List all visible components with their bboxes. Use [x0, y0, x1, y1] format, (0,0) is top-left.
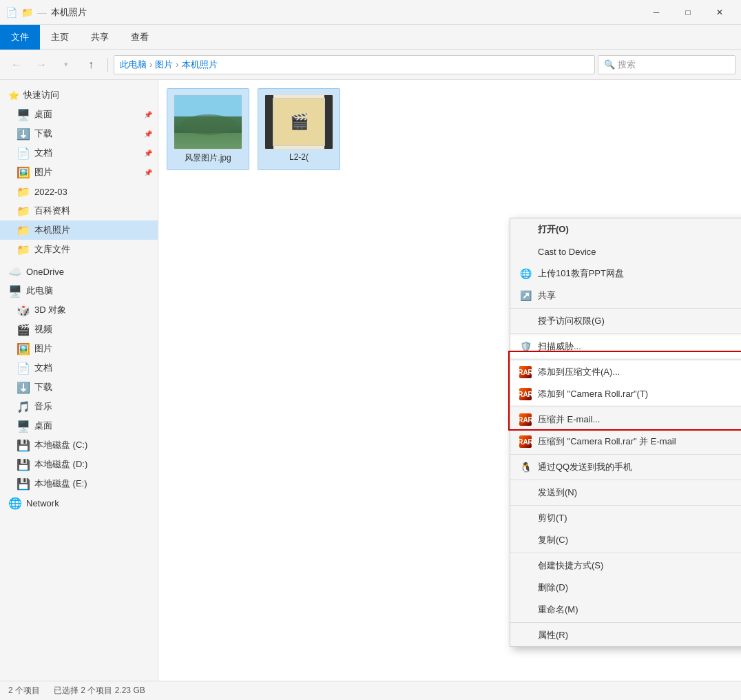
- sidebar-item-thispc[interactable]: 🖥️ 此电脑: [0, 281, 158, 300]
- file-name-film: L2-2(: [289, 152, 309, 162]
- sidebar-item-desktop[interactable]: 🖥️ 桌面: [0, 416, 158, 435]
- film-inner: 🎬: [273, 98, 325, 146]
- status-bar: 2 个项目 已选择 2 个项目 2.23 GB: [0, 681, 741, 700]
- sidebar-item-pictures-quick[interactable]: 🖼️ 图片 📌: [0, 163, 158, 182]
- sidebar-item-drive-d[interactable]: 💾 本地磁盘 (D:): [0, 455, 158, 474]
- sidebar-item-onedrive[interactable]: ☁️ OneDrive: [0, 262, 158, 281]
- ctx-rename[interactable]: 重命名(M): [510, 599, 741, 621]
- menu-file[interactable]: 文件: [0, 25, 40, 50]
- sidebar-item-drive-e[interactable]: 💾 本地磁盘 (E:): [0, 474, 158, 493]
- forward-button[interactable]: →: [30, 54, 52, 76]
- winrar-icon-addzip: RAR: [519, 366, 532, 378]
- sidebar-item-docs-quick[interactable]: 📄 文档 📌: [0, 143, 158, 163]
- ctx-zipmail[interactable]: RAR 压缩并 E-mail...: [510, 409, 741, 431]
- pictures-quick-icon: 🖼️: [17, 166, 30, 179]
- ctx-cut[interactable]: 剪切(T): [510, 507, 741, 529]
- ctx-share-icon: ↗️: [519, 290, 532, 301]
- winrar-icon-zipmail: RAR: [519, 413, 532, 426]
- ctx-upload101[interactable]: 🌐 上传101教育PPT网盘: [510, 262, 741, 285]
- menu-share[interactable]: 共享: [80, 25, 120, 50]
- sidebar-item-pictures[interactable]: 🖼️ 图片: [0, 339, 158, 358]
- ctx-grant[interactable]: 授予访问权限(G) ›: [510, 310, 741, 332]
- menu-bar: 文件 主页 共享 查看: [0, 25, 741, 50]
- ctx-zipmailrar-label: 压缩到 "Camera Roll.rar" 并 E-mail: [538, 435, 676, 448]
- downloads-quick-label: 下载: [34, 127, 52, 140]
- file-item-film[interactable]: 🎬 L2-2(: [258, 88, 340, 170]
- sidebar-item-docs[interactable]: 📄 文档: [0, 358, 158, 378]
- menu-home[interactable]: 主页: [40, 25, 80, 50]
- folder-photos-icon: 📁: [17, 224, 30, 237]
- breadcrumb-pc[interactable]: 此电脑: [120, 59, 147, 71]
- file-item-landscape[interactable]: 风景图片.jpg: [167, 88, 249, 170]
- pictures-quick-pin: 📌: [144, 169, 152, 176]
- sidebar-item-downloads[interactable]: ⬇️ 下载: [0, 378, 158, 397]
- sidebar-item-downloads-quick[interactable]: ⬇️ 下载 📌: [0, 124, 158, 143]
- file-thumbnail-film: 🎬: [264, 94, 333, 150]
- minimize-button[interactable]: ─: [640, 0, 672, 25]
- ctx-addzip[interactable]: RAR 添加到压缩文件(A)...: [510, 361, 741, 383]
- ctx-properties[interactable]: 属性(R): [510, 624, 741, 646]
- search-bar[interactable]: 🔍 搜索: [598, 55, 735, 74]
- video-label: 视频: [34, 323, 52, 336]
- up-button[interactable]: ↑: [80, 54, 102, 76]
- close-button[interactable]: ✕: [704, 0, 735, 25]
- breadcrumb-pictures[interactable]: 图片: [155, 59, 173, 71]
- ctx-addrar-label: 添加到 "Camera Roll.rar"(T): [538, 388, 648, 400]
- maximize-button[interactable]: □: [672, 0, 704, 25]
- ctx-addzip-icon: RAR: [519, 366, 532, 379]
- toolbar-sep1: [107, 58, 108, 72]
- quick-access-label: 快速访问: [23, 89, 59, 101]
- desktop-quick-label: 桌面: [34, 108, 52, 121]
- ctx-cast[interactable]: Cast to Device ›: [510, 240, 741, 262]
- ctx-sep9: [510, 622, 741, 623]
- ctx-cut-label: 剪切(T): [538, 512, 567, 524]
- ctx-addrar[interactable]: RAR 添加到 "Camera Roll.rar"(T): [510, 383, 741, 405]
- network-icon: 🌐: [8, 497, 22, 510]
- toolbar: ← → ▾ ↑ 此电脑 › 图片 › 本机照片 🔍 搜索: [0, 50, 741, 80]
- ctx-grant-label: 授予访问权限(G): [538, 315, 605, 327]
- ctx-copy[interactable]: 复制(C): [510, 529, 741, 551]
- ctx-qq[interactable]: 🐧 通过QQ发送到我的手机: [510, 456, 741, 478]
- sidebar-item-drive-c[interactable]: 💾 本地磁盘 (C:): [0, 435, 158, 455]
- menu-view[interactable]: 查看: [120, 25, 160, 50]
- music-label: 音乐: [34, 400, 52, 413]
- folder-baike-label: 百科资料: [34, 205, 70, 217]
- music-icon: 🎵: [17, 400, 30, 413]
- ctx-sep5: [510, 454, 741, 455]
- sidebar-item-video[interactable]: 🎬 视频: [0, 320, 158, 339]
- quick-access-icon: ⭐: [8, 90, 19, 101]
- ctx-open[interactable]: 打开(O): [510, 218, 741, 240]
- ctx-share[interactable]: ↗️ 共享: [510, 285, 741, 307]
- ctx-scan[interactable]: 🛡️ 扫描威胁...: [510, 336, 741, 358]
- ctx-sep4: [510, 406, 741, 407]
- ctx-zipmailrar[interactable]: RAR 压缩到 "Camera Roll.rar" 并 E-mail: [510, 431, 741, 453]
- network-label: Network: [26, 498, 59, 508]
- ctx-upload101-label: 上传101教育PPT网盘: [538, 267, 624, 280]
- downloads-icon: ⬇️: [17, 381, 30, 394]
- ctx-addzip-label: 添加到压缩文件(A)...: [538, 366, 620, 378]
- ctx-shortcut[interactable]: 创建快捷方式(S): [510, 555, 741, 577]
- sidebar-item-photos[interactable]: 📁 本机照片: [0, 220, 158, 240]
- sidebar-item-baike[interactable]: 📁 百科资料: [0, 201, 158, 220]
- title-text: 本机照片: [51, 6, 87, 19]
- 3d-label: 3D 对象: [34, 304, 66, 316]
- ctx-sendto[interactable]: 发送到(N) ›: [510, 482, 741, 504]
- address-bar[interactable]: 此电脑 › 图片 › 本机照片: [114, 55, 595, 74]
- sidebar-item-3d[interactable]: 🎲 3D 对象: [0, 300, 158, 320]
- recent-button[interactable]: ▾: [55, 54, 77, 76]
- desktop-icon: 🖥️: [17, 420, 30, 433]
- quick-access-header[interactable]: ⭐ 快速访问: [0, 85, 158, 105]
- sidebar-item-2022[interactable]: 📁 2022-03: [0, 182, 158, 201]
- pictures-icon: 🖼️: [17, 342, 30, 356]
- ctx-delete[interactable]: 删除(D): [510, 577, 741, 599]
- breadcrumb-current[interactable]: 本机照片: [182, 59, 218, 71]
- sidebar-item-network[interactable]: 🌐 Network: [0, 493, 158, 513]
- docs-icon: 📄: [17, 362, 30, 375]
- back-button[interactable]: ←: [6, 54, 28, 76]
- onedrive-icon: ☁️: [8, 265, 22, 278]
- sidebar-item-wku[interactable]: 📁 文库文件: [0, 240, 158, 259]
- onedrive-label: OneDrive: [26, 267, 64, 277]
- folder-wku-label: 文库文件: [34, 243, 70, 256]
- sidebar-item-desktop-quick[interactable]: 🖥️ 桌面 📌: [0, 105, 158, 124]
- sidebar-item-music[interactable]: 🎵 音乐: [0, 397, 158, 416]
